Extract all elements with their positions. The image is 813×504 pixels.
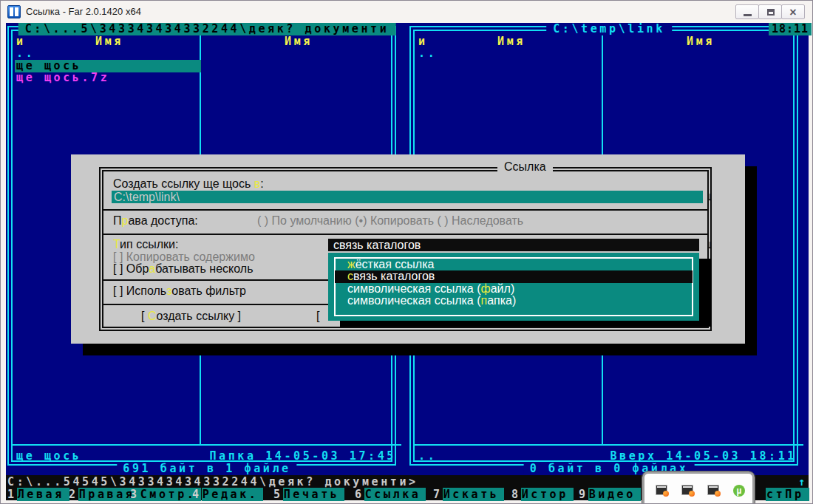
- fkey-num: 9: [579, 488, 588, 501]
- file-item[interactable]: ..: [16, 47, 35, 60]
- fkey-9[interactable]: 9Видео: [579, 488, 641, 501]
- restore-icon: [767, 9, 775, 16]
- left-panel-status-info: Папка 14-05-03 17:45: [203, 450, 396, 463]
- fkey-num: 7: [433, 488, 443, 501]
- input-history-arrow-icon[interactable]: ↓: [707, 191, 712, 203]
- fkey-1[interactable]: 1Левая: [7, 488, 69, 501]
- clock: 18:11: [769, 23, 812, 35]
- fkey-8[interactable]: 8Истор: [511, 488, 574, 501]
- left-panel-status-divider: [13, 444, 401, 446]
- minimize-button[interactable]: [735, 4, 759, 19]
- file-item-label: ще щось: [15, 59, 81, 72]
- fkey-label: Искать: [443, 488, 505, 501]
- right-panel-status-name: ..: [418, 450, 437, 463]
- titlebar[interactable]: Ссылка - Far 2.0.1420 x64 ×: [1, 1, 812, 23]
- tray-overflow-popup: µ: [642, 471, 755, 504]
- dropdown-item-symlink-file[interactable]: символическая ссылка (файл): [347, 283, 514, 296]
- left-panel-status-name: ще щось: [16, 450, 81, 463]
- access-rights-options[interactable]: ( ) По умолчанию (•) Копировать ( ) Насл…: [257, 215, 523, 228]
- dialog-separator: [103, 234, 707, 235]
- combo-arrow-icon[interactable]: ↓: [707, 239, 712, 251]
- fkey-num: 6: [355, 488, 364, 501]
- far-window-icon[interactable]: [707, 485, 719, 495]
- far-logo-icon: [7, 5, 21, 18]
- far-window-icon[interactable]: [656, 485, 667, 495]
- right-panel-path[interactable]: C:\temp\link: [546, 23, 672, 35]
- fkey-label: Редак.: [202, 488, 264, 501]
- fkey-3[interactable]: 3Смотр.: [130, 488, 201, 501]
- left-panel-path[interactable]: C:\...5\343343434332244\деяк? документи: [18, 23, 396, 35]
- right-panel-column-header: Имя: [605, 35, 797, 48]
- right-panel-status-info: Вверх 14-05-03 18:11: [603, 450, 797, 463]
- cancel-button-partial[interactable]: [: [316, 310, 319, 323]
- fkey-4[interactable]: 4Редак.: [192, 488, 263, 501]
- restore-button[interactable]: [758, 4, 782, 19]
- dropdown-item-hardlink[interactable]: жёсткая ссылка: [347, 259, 434, 271]
- fkey-num: 3: [130, 488, 140, 501]
- link-type-combobox[interactable]: связь каталогов: [328, 239, 699, 251]
- right-panel-column-header: Имя: [423, 35, 600, 48]
- fkey-label: Ссылка: [364, 488, 426, 501]
- create-link-button[interactable]: [ Создать ссылку ]: [141, 310, 241, 323]
- fkey-label: Истор: [521, 488, 574, 501]
- window-title: Ссылка - Far 2.0.1420 x64: [26, 6, 141, 17]
- left-panel-column-header: Имя: [21, 35, 198, 48]
- fkey-num: 4: [192, 488, 202, 501]
- fkey-num: 5: [273, 488, 283, 501]
- fkey-label: Печать: [283, 488, 345, 501]
- close-button[interactable]: ×: [781, 4, 805, 19]
- fkey-label: Видео: [588, 488, 641, 501]
- dropdown-item-junction-selected[interactable]: связь каталогов: [335, 270, 693, 283]
- left-panel-column-header: Имя: [203, 35, 395, 48]
- right-panel-status-divider: [415, 444, 803, 446]
- far-window-icon[interactable]: [681, 485, 693, 495]
- link-type-label: Тип ссылки:: [113, 239, 178, 251]
- fkey-num: 1: [7, 488, 17, 501]
- create-link-label: Создать ссылку ще щось в:: [113, 178, 264, 191]
- fkey-2[interactable]: 2Правая: [69, 488, 140, 501]
- fkey-7[interactable]: 7Искать: [433, 488, 504, 501]
- minimize-icon: [744, 14, 752, 16]
- checkbox-use-filter[interactable]: [ ] Использовать фильтр: [113, 285, 246, 298]
- command-line[interactable]: C:\...54545\343343434332244\деяк? докуме…: [7, 476, 418, 488]
- fkey-11-partial[interactable]: стПр: [766, 488, 809, 501]
- history-up-icon[interactable]: ↑: [798, 476, 808, 488]
- checkbox-process-multiple[interactable]: [ ] Обрабатывать несколь: [113, 263, 253, 276]
- fkey-label: стПр: [766, 488, 809, 501]
- link-type-dropdown: жёсткая ссылка связь каталогов символиче…: [328, 253, 699, 321]
- access-rights-label: Права доступа:: [113, 215, 198, 228]
- fkey-label: Левая: [17, 488, 69, 501]
- window-controls: ×: [736, 4, 805, 19]
- fkey-num: 8: [511, 488, 521, 501]
- utorrent-icon[interactable]: µ: [733, 485, 745, 497]
- fkey-num: 2: [69, 488, 78, 501]
- fkey-5[interactable]: 5Печать: [273, 488, 344, 501]
- file-item[interactable]: ще щось.7z: [16, 72, 109, 84]
- left-panel-bytes-info: 691 байт в 1 файле: [117, 463, 296, 475]
- dialog-separator: [103, 209, 707, 211]
- dropdown-item-symlink-folder[interactable]: символическая ссылка (папка): [347, 295, 516, 307]
- fkey-6[interactable]: 6Ссылка: [355, 488, 426, 501]
- file-item[interactable]: ..: [418, 47, 437, 60]
- file-item-selected[interactable]: ще щось: [15, 60, 201, 72]
- close-icon: ×: [782, 5, 804, 19]
- far-window: Ссылка - Far 2.0.1420 x64 × C:\...5\3433…: [0, 0, 813, 504]
- dialog-title: Ссылка: [497, 160, 553, 173]
- link-target-input[interactable]: C:\temp\link\: [112, 191, 703, 203]
